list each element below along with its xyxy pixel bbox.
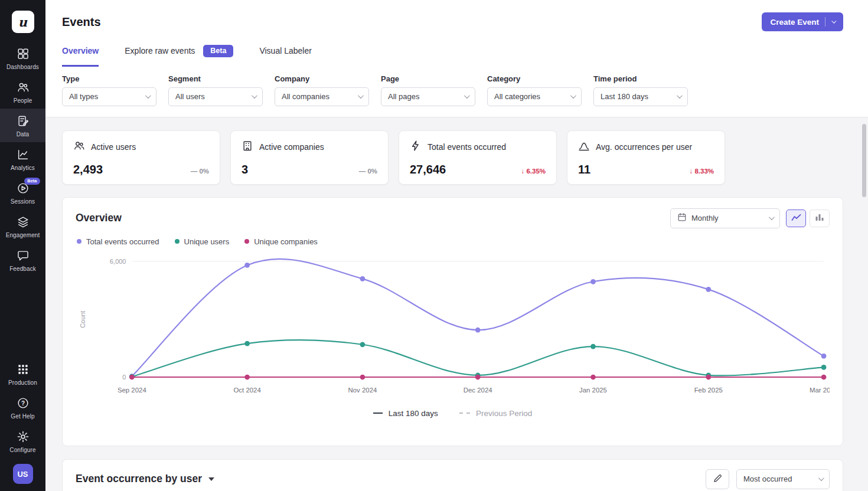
filter-category: Category All categories <box>487 74 582 106</box>
engagement-icon <box>16 215 30 229</box>
feedback-icon <box>16 248 30 263</box>
content: Active users 2,493 — 0% Active companies <box>45 117 868 491</box>
time-period-select[interactable]: Last 180 days <box>593 87 688 106</box>
sort-select[interactable]: Most occurred <box>736 469 830 489</box>
sidebar-item-production[interactable]: Production <box>0 357 45 391</box>
sidebar-item-analytics[interactable]: Analytics <box>0 142 45 176</box>
analytics-icon <box>16 148 30 162</box>
sidebar-item-label: Sessions <box>11 198 35 205</box>
sidebar-item-engagement[interactable]: Engagement <box>0 210 45 243</box>
stats-row: Active users 2,493 — 0% Active companies <box>62 130 843 185</box>
filter-label: Type <box>62 74 156 83</box>
company-select[interactable]: All companies <box>275 87 369 106</box>
overview-chart: 06,000CountSep 2024Oct 2024Nov 2024Dec 2… <box>76 252 830 402</box>
sidebar-item-label: Feedback <box>9 266 36 272</box>
filters-bar: Type All types Segment All users Company… <box>62 74 843 117</box>
sidebar-item-get-help[interactable]: ? Get Help <box>0 391 45 424</box>
sidebar-item-sessions[interactable]: Beta Sessions <box>0 176 45 210</box>
svg-text:Count: Count <box>79 310 86 328</box>
solid-line-sample <box>373 413 383 414</box>
select-value: Last 180 days <box>601 92 648 101</box>
production-icon <box>16 362 30 377</box>
select-value: All pages <box>388 92 419 101</box>
dashboards-icon <box>16 47 30 61</box>
filter-page: Page All pages <box>381 74 475 106</box>
chart-legend: Total events occurred Unique users Uniqu… <box>77 237 830 246</box>
sidebar: u Dashboards People Data Analytics Beta … <box>0 0 45 491</box>
page-select[interactable]: All pages <box>381 87 475 106</box>
type-select[interactable]: All types <box>62 87 156 106</box>
sidebar-item-label: Analytics <box>11 165 35 171</box>
tab-explore-raw-events[interactable]: Explore raw events Beta <box>125 45 233 67</box>
svg-text:Jan 2025: Jan 2025 <box>579 387 607 394</box>
svg-text:Dec 2024: Dec 2024 <box>464 387 492 394</box>
stat-value: 11 <box>578 163 590 176</box>
line-chart-toggle[interactable] <box>786 210 806 227</box>
granularity-select[interactable]: Monthly <box>670 208 780 228</box>
svg-text:Oct 2024: Oct 2024 <box>233 387 261 394</box>
sessions-beta-badge: Beta <box>24 178 40 185</box>
overview-title: Overview <box>76 212 122 224</box>
sidebar-item-data[interactable]: Data <box>0 109 45 142</box>
segment-select[interactable]: All users <box>168 87 263 106</box>
app-logo[interactable]: u <box>12 11 34 33</box>
chart-footer-legend: Last 180 days Previous Period <box>76 409 830 418</box>
stat-value: 27,646 <box>410 163 446 176</box>
svg-text:Mar 2025: Mar 2025 <box>810 387 830 394</box>
stat-card-avg-occurrences: Avg. occurrences per user 11 ↓ 8.33% <box>567 130 725 185</box>
lightning-icon <box>410 140 422 154</box>
select-value: Monthly <box>691 214 764 222</box>
tab-label: Overview <box>62 46 99 55</box>
select-value: All companies <box>282 92 329 101</box>
filter-label: Category <box>487 74 582 83</box>
select-value: All categories <box>494 92 540 101</box>
main-area: Events Create Event Overview Explore raw… <box>45 0 868 491</box>
sidebar-item-label: Production <box>8 379 37 386</box>
filter-type: Type All types <box>62 74 156 106</box>
sidebar-item-configure[interactable]: Configure <box>0 424 45 458</box>
overview-card: Overview Monthly <box>62 197 843 446</box>
category-select[interactable]: All categories <box>487 87 582 106</box>
tab-overview[interactable]: Overview <box>62 45 99 67</box>
sidebar-item-people[interactable]: People <box>0 75 45 109</box>
stat-label: Active companies <box>259 142 324 152</box>
stat-change: — 0% <box>191 168 209 175</box>
tab-visual-labeler[interactable]: Visual Labeler <box>259 45 311 67</box>
legend-dot <box>77 239 81 244</box>
stat-label: Active users <box>91 142 136 152</box>
stat-value: 2,493 <box>73 163 103 176</box>
stat-card-total-events: Total events occurred 27,646 ↓ 6.35% <box>399 130 557 185</box>
legend-unique-users: Unique users <box>175 237 230 246</box>
filter-label: Time period <box>593 74 688 83</box>
filter-label: Company <box>275 74 369 83</box>
legend-current-period: Last 180 days <box>373 409 438 418</box>
sidebar-item-feedback[interactable]: Feedback <box>0 243 45 277</box>
chevron-down-icon <box>831 18 836 23</box>
vertical-scrollbar[interactable] <box>862 124 866 197</box>
event-occurrence-card: Event occurrence by user Most occurred <box>62 459 843 491</box>
users-icon <box>73 140 85 154</box>
chevron-down-icon <box>464 93 470 99</box>
sidebar-item-label: People <box>14 97 32 104</box>
legend-total-events: Total events occurred <box>77 237 159 246</box>
svg-text:Sep 2024: Sep 2024 <box>118 387 146 394</box>
svg-text:Nov 2024: Nov 2024 <box>348 387 377 394</box>
edit-button[interactable] <box>706 469 729 489</box>
bar-chart-toggle[interactable] <box>810 210 830 227</box>
tab-label: Explore raw events <box>125 46 195 55</box>
dashed-line-sample <box>459 413 470 414</box>
sidebar-item-label: Configure <box>9 447 35 453</box>
help-icon: ? <box>16 396 30 410</box>
chevron-down-icon <box>818 475 824 481</box>
select-value: Most occurred <box>743 474 792 483</box>
sidebar-item-label: Dashboards <box>6 64 39 70</box>
sidebar-item-label: Get Help <box>11 413 34 420</box>
create-event-button[interactable]: Create Event <box>762 12 843 31</box>
sidebar-item-dashboards[interactable]: Dashboards <box>0 41 45 75</box>
page-title: Events <box>62 15 101 29</box>
filter-label: Segment <box>168 74 263 83</box>
chevron-down-icon <box>677 93 683 99</box>
user-avatar[interactable]: US <box>13 464 33 484</box>
calendar-icon <box>677 212 687 224</box>
event-occurrence-title-dropdown[interactable]: Event occurrence by user <box>76 473 214 485</box>
